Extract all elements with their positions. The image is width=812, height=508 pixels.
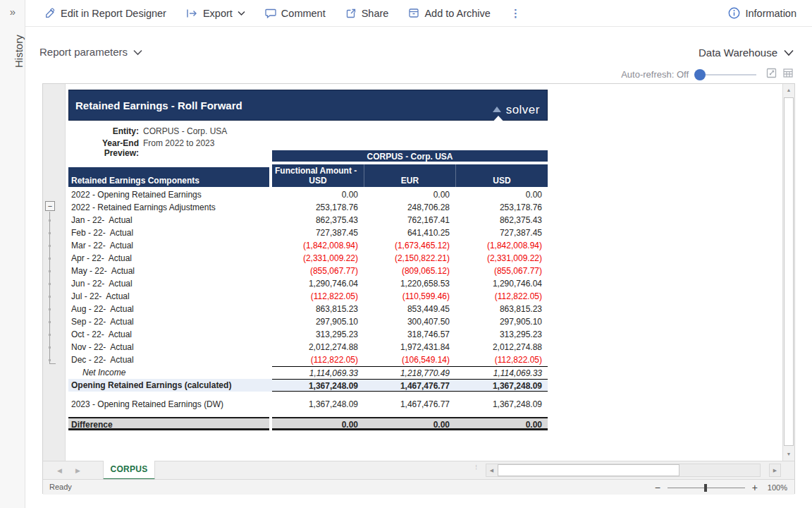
vertical-scrollbar[interactable]: ▲ ▼ bbox=[782, 84, 794, 461]
outline-row-dot bbox=[49, 346, 51, 349]
report-title-band: Retained Earnings - Roll Forward solver bbox=[68, 90, 548, 121]
more-options-button[interactable]: ⋮ bbox=[510, 7, 522, 20]
status-text: Ready bbox=[49, 483, 72, 491]
zoom-out-button[interactable]: − bbox=[655, 480, 660, 495]
cell-value: 0.00 bbox=[272, 417, 364, 430]
comment-icon bbox=[265, 8, 276, 18]
cell-value: 1,220,658.53 bbox=[364, 277, 455, 290]
cell-value: 862,375.43 bbox=[455, 214, 548, 226]
solver-logo-icon bbox=[491, 104, 506, 124]
horizontal-scroll-thumb[interactable] bbox=[498, 464, 679, 476]
outline-gutter: − bbox=[43, 84, 66, 461]
tab-prev-icon[interactable]: ◀ bbox=[57, 461, 62, 480]
pencil-icon bbox=[44, 8, 56, 19]
outline-row-dot bbox=[49, 359, 51, 361]
table-row: Sep - 22- Actual297,905.10300,407.50297,… bbox=[68, 315, 548, 328]
row-label: Difference bbox=[68, 417, 269, 430]
information-button[interactable]: Information bbox=[728, 7, 812, 19]
cell-value: (112,822.05) bbox=[455, 353, 548, 366]
outline-row-dot bbox=[49, 296, 51, 298]
sheet-tab-bar: ◀ ▶ CORPUS ⁝ ◀ ▶ bbox=[43, 461, 794, 479]
toggle-knob[interactable] bbox=[694, 69, 706, 80]
history-tab[interactable]: History bbox=[13, 35, 25, 68]
scroll-up-icon[interactable]: ▲ bbox=[783, 85, 794, 96]
outline-line bbox=[49, 212, 50, 363]
row-label: Net Income bbox=[68, 366, 269, 379]
row-label: Dec - 22- Actual bbox=[68, 353, 269, 366]
horizontal-scrollbar[interactable]: ◀ bbox=[486, 464, 761, 477]
cell-value: 313,295.23 bbox=[455, 328, 548, 341]
expand-sidebar-icon[interactable]: » bbox=[0, 6, 25, 18]
row-label: Aug - 22- Actual bbox=[68, 303, 269, 315]
cell-value: 862,375.43 bbox=[272, 214, 364, 226]
cell-value: (2,331,009.22) bbox=[455, 252, 548, 265]
table-row: 2022 - Opening Retained Earnings0.000.00… bbox=[68, 188, 548, 201]
outline-row-dot bbox=[49, 270, 51, 272]
cell-value: 0.00 bbox=[455, 417, 548, 430]
tab-scroll-splitter[interactable]: ⁝ bbox=[475, 465, 477, 471]
cell-value: 853,449.45 bbox=[364, 303, 455, 315]
outline-row-dot bbox=[49, 334, 51, 336]
cell-value: 1,114,069.33 bbox=[455, 366, 548, 379]
edit-report-designer-button[interactable]: Edit in Report Designer bbox=[44, 8, 166, 19]
scroll-left-icon[interactable]: ◀ bbox=[486, 464, 497, 476]
report-title: Retained Earnings - Roll Forward bbox=[69, 99, 242, 111]
report-viewer: − Retained Earnings - Roll Forward solve… bbox=[42, 83, 795, 494]
outline-row-dot bbox=[49, 245, 51, 247]
cell-value: 863,815.23 bbox=[455, 303, 548, 315]
scroll-down-icon[interactable]: ▼ bbox=[783, 449, 794, 460]
cell-value: 762,167.41 bbox=[364, 214, 455, 226]
preview-value: From 2022 to 2023 bbox=[139, 138, 214, 150]
popout-icon[interactable] bbox=[766, 68, 777, 81]
outline-corner bbox=[49, 363, 56, 364]
table-row bbox=[68, 411, 548, 417]
col-header-eur: EUR bbox=[364, 164, 455, 187]
cell-value: 1,367,248.09 bbox=[455, 379, 548, 392]
cell-value: 318,746.57 bbox=[364, 328, 455, 341]
export-button[interactable]: Export bbox=[186, 8, 245, 19]
cell-value: (110,599.46) bbox=[364, 290, 455, 303]
zoom-slider-thumb[interactable] bbox=[704, 484, 707, 492]
row-label: Nov - 22- Actual bbox=[68, 341, 269, 353]
cell-value: 297,905.10 bbox=[272, 315, 364, 328]
cell-value: 727,387.45 bbox=[455, 226, 548, 239]
tab-next-icon[interactable]: ▶ bbox=[75, 461, 80, 480]
collapse-group-button[interactable]: − bbox=[45, 201, 55, 211]
sheet-tab-corpus[interactable]: CORPUS bbox=[103, 461, 155, 480]
cell-value: 1,367,248.09 bbox=[455, 398, 548, 411]
table-row: Apr - 22- Actual(2,331,009.22)(2,150,822… bbox=[68, 252, 548, 265]
table-row: Aug - 22- Actual863,815.23853,449.45863,… bbox=[68, 303, 548, 315]
auto-refresh-toggle[interactable] bbox=[694, 69, 756, 80]
preview-label: Year-End Preview: bbox=[68, 138, 139, 150]
zoom-in-button[interactable]: + bbox=[752, 480, 758, 495]
vertical-scroll-thumb[interactable] bbox=[784, 97, 794, 446]
row-label: Jun - 22- Actual bbox=[68, 277, 269, 290]
cell-value: 253,178.76 bbox=[272, 201, 364, 214]
outline-row-dot bbox=[49, 258, 51, 260]
table-row: Dec - 22- Actual(112,822.05)(106,549.14)… bbox=[68, 353, 548, 366]
grid-view-icon[interactable] bbox=[782, 68, 794, 81]
cell-value: (2,331,009.22) bbox=[272, 252, 364, 265]
table-row: 2023 - Opening Retained Earnings (DW)1,3… bbox=[68, 398, 548, 411]
comment-button[interactable]: Comment bbox=[265, 8, 326, 19]
cell-value: (855,067.77) bbox=[455, 265, 548, 277]
cell-value: 313,295.23 bbox=[272, 328, 364, 341]
export-icon bbox=[186, 8, 198, 18]
table-row: May - 22- Actual(855,067.77)(809,065.12)… bbox=[68, 265, 548, 277]
row-label: Feb - 22- Actual bbox=[68, 226, 269, 239]
scroll-right-icon[interactable]: ▶ bbox=[769, 464, 781, 477]
data-warehouse-dropdown[interactable]: Data Warehouse bbox=[699, 47, 794, 59]
chevron-down-icon bbox=[238, 11, 245, 16]
cell-value: 248,706.28 bbox=[364, 201, 455, 214]
table-row: Jun - 22- Actual1,290,746.041,220,658.53… bbox=[68, 277, 548, 290]
zoom-slider[interactable] bbox=[668, 483, 745, 492]
report-parameters-toggle[interactable]: Report parameters bbox=[39, 46, 142, 58]
cell-value: 2,012,274.88 bbox=[272, 341, 364, 353]
chevron-down-icon bbox=[133, 46, 142, 58]
cell-value: 1,367,248.09 bbox=[272, 398, 364, 411]
row-label: Jul - 22- Actual bbox=[68, 290, 269, 303]
auto-refresh-control: Auto-refresh: Off bbox=[621, 68, 794, 81]
add-to-archive-button[interactable]: Add to Archive bbox=[408, 8, 491, 19]
share-button[interactable]: Share bbox=[345, 8, 389, 19]
cell-value: (855,067.77) bbox=[272, 265, 364, 277]
